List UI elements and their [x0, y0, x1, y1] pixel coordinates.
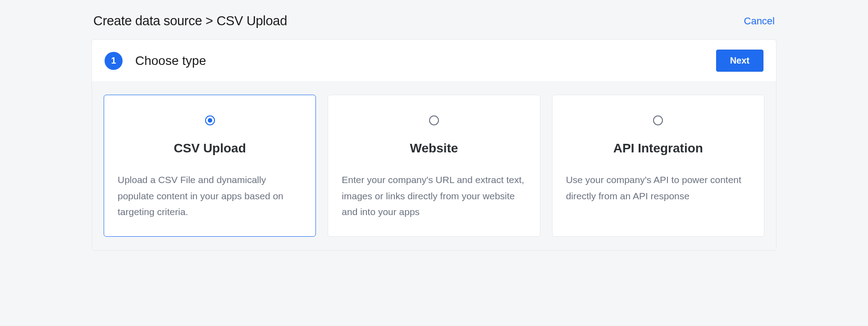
option-title: API Integration [613, 141, 703, 156]
option-title: CSV Upload [174, 141, 246, 156]
option-csv-upload[interactable]: CSV Upload Upload a CSV File and dynamic… [104, 95, 316, 237]
step-title: Choose type [135, 54, 206, 68]
step-header: 1 Choose type Next [92, 40, 776, 82]
svg-point-1 [208, 118, 212, 123]
radio-selected-icon [205, 115, 215, 126]
option-title: Website [410, 141, 458, 156]
svg-point-2 [429, 116, 439, 125]
option-api-integration[interactable]: API Integration Use your company's API t… [552, 95, 764, 237]
page-header: Create data source > CSV Upload Cancel [91, 9, 777, 39]
svg-point-3 [653, 116, 662, 125]
step-left: 1 Choose type [105, 52, 206, 70]
option-description: Enter your company's URL and extract tex… [342, 172, 526, 220]
step-number-badge: 1 [105, 52, 123, 70]
radio-unselected-icon [429, 115, 439, 126]
option-description: Upload a CSV File and dynamically popula… [118, 172, 302, 220]
cancel-button[interactable]: Cancel [744, 15, 775, 27]
wizard-panel: 1 Choose type Next CSV Upload Upload a C… [91, 39, 777, 251]
next-button[interactable]: Next [716, 50, 763, 72]
option-description: Use your company's API to power content … [566, 172, 750, 204]
type-options: CSV Upload Upload a CSV File and dynamic… [92, 82, 776, 250]
radio-unselected-icon [653, 115, 663, 126]
option-website[interactable]: Website Enter your company's URL and ext… [328, 95, 540, 237]
breadcrumb: Create data source > CSV Upload [93, 14, 287, 28]
